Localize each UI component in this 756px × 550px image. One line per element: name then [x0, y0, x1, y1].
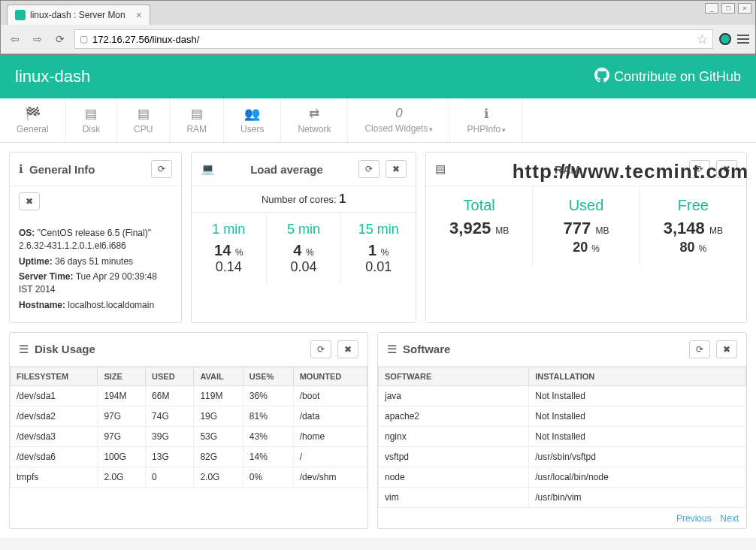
bookmark-icon[interactable]: ☆ — [697, 32, 708, 47]
tab-general[interactable]: 🏁General — [0, 98, 66, 142]
panel-load-average: 💻 Load average ⟳ ✖ Number of cores: 1 1 … — [191, 152, 416, 323]
table-row: /dev/sda297G74G19G81%/data — [11, 406, 367, 426]
laptop-icon: 💻 — [201, 162, 215, 176]
close-button[interactable]: ✖ — [337, 340, 358, 358]
refresh-button[interactable]: ⟳ — [358, 160, 380, 178]
chevron-down-icon: ▾ — [502, 126, 506, 134]
count-icon: 0 — [364, 106, 433, 121]
chevron-down-icon: ▾ — [429, 125, 433, 133]
load-1min: 1 min 14 % 0.14 — [192, 213, 267, 284]
table-row: node/usr/local/bin/node — [379, 467, 746, 487]
window-controls: _ □ × — [705, 3, 751, 14]
table-row: /dev/sda6100G13G82G14%/ — [11, 446, 367, 467]
reload-button[interactable]: ⟳ — [52, 31, 68, 47]
github-icon — [594, 68, 609, 86]
extension-icon[interactable] — [719, 33, 731, 45]
panel-disk-usage: ☰ Disk Usage ⟳ ✖ FILESYSTEM SIZE USED AV… — [9, 332, 368, 529]
table-row: tmpfs2.0G02.0G0%/dev/shm — [11, 467, 367, 487]
hdd-icon: ▤ — [83, 106, 100, 122]
browser-tab[interactable]: linux-dash : Server Mon × — [7, 5, 150, 25]
table-row: vim/usr/bin/vim — [379, 487, 746, 507]
panel-software: ☰ Software ⟳ ✖ SOFTWARE INSTALLATION jav… — [377, 332, 747, 529]
list-icon: ☰ — [19, 343, 29, 356]
table-row: apache2Not Installed — [379, 406, 746, 426]
tab-ram[interactable]: ▤RAM — [170, 98, 224, 142]
watermark-text: http://www.tecmint.com — [513, 160, 748, 183]
info-icon: ℹ — [467, 106, 506, 122]
nav-tabs: 🏁General ▤Disk ▤CPU ▤RAM 👥Users ⇄Network… — [0, 98, 756, 143]
table-row: /dev/sda1194M66M119M36%/boot — [11, 385, 367, 406]
ram-icon: ▤ — [435, 162, 446, 176]
minimize-button[interactable]: _ — [705, 3, 718, 14]
panel-title: General Info — [29, 163, 145, 176]
list-icon: ☰ — [387, 343, 397, 356]
info-icon: ℹ — [19, 162, 23, 176]
page-header: linux-dash Contribute on GitHub — [0, 55, 756, 98]
panel-title: Load average — [221, 163, 352, 176]
panel-general-info: ℹ General Info ⟳ ✖ OS: "CentOS release 6… — [9, 152, 182, 323]
load-15min: 15 min 1 % 0.01 — [341, 213, 416, 284]
close-button[interactable]: ✖ — [19, 192, 40, 210]
address-bar[interactable]: ▢ ☆ — [74, 29, 713, 49]
refresh-button[interactable]: ⟳ — [310, 340, 331, 358]
github-link[interactable]: Contribute on GitHub — [594, 68, 741, 86]
ram-icon: ▤ — [186, 106, 207, 122]
previous-link[interactable]: Previous — [676, 513, 712, 524]
tab-close-icon[interactable]: × — [136, 9, 142, 21]
tab-closed-widgets[interactable]: 0Closed Widgets▾ — [348, 98, 450, 142]
panel-title: Disk Usage — [35, 343, 304, 355]
table-row: /dev/sda397G39G53G43%/home — [11, 426, 367, 446]
dashboard-icon: 🏁 — [17, 106, 49, 122]
tab-network[interactable]: ⇄Network — [281, 98, 348, 142]
table-row: nginxNot Installed — [379, 426, 746, 446]
tab-users[interactable]: 👥Users — [224, 98, 281, 142]
maximize-button[interactable]: □ — [721, 3, 735, 14]
refresh-button[interactable]: ⟳ — [151, 160, 172, 178]
table-row: javaNot Installed — [379, 385, 746, 406]
network-icon: ⇄ — [298, 106, 331, 122]
tab-favicon-icon — [15, 10, 26, 20]
cpu-icon: ▤ — [134, 106, 153, 122]
tab-cpu[interactable]: ▤CPU — [117, 98, 170, 142]
load-5min: 5 min 4 % 0.04 — [267, 213, 342, 284]
close-button[interactable]: ✖ — [716, 340, 737, 358]
back-button[interactable]: ⇦ — [7, 31, 23, 47]
tab-phpinfo[interactable]: ℹPHPInfo▾ — [450, 98, 523, 142]
forward-button[interactable]: ⇨ — [29, 31, 46, 47]
tab-title: linux-dash : Server Mon — [30, 10, 125, 20]
close-window-button[interactable]: × — [738, 3, 751, 14]
github-link-label: Contribute on GitHub — [614, 69, 741, 85]
ram-free: Free 3,148 MB 80 % — [640, 186, 746, 266]
tab-disk[interactable]: ▤Disk — [66, 98, 117, 142]
close-button[interactable]: ✖ — [386, 160, 407, 178]
table-row: vsftpd/usr/sbin/vsftpd — [379, 446, 746, 467]
panel-title: Software — [403, 343, 683, 355]
page-icon: ▢ — [80, 34, 88, 44]
pager: Previous Next — [378, 508, 746, 528]
ram-total: Total 3,925 MB — [426, 186, 533, 266]
menu-icon[interactable] — [737, 35, 749, 44]
app-title: linux-dash — [15, 67, 90, 86]
url-input[interactable] — [92, 34, 697, 45]
users-icon: 👥 — [240, 106, 264, 122]
ram-used: Used 777 MB 20 % — [533, 186, 640, 266]
refresh-button[interactable]: ⟳ — [689, 340, 710, 358]
next-link[interactable]: Next — [720, 513, 739, 524]
disk-table: FILESYSTEM SIZE USED AVAIL USE% MOUNTED … — [10, 367, 367, 488]
software-table: SOFTWARE INSTALLATION javaNot Installed … — [378, 367, 746, 508]
